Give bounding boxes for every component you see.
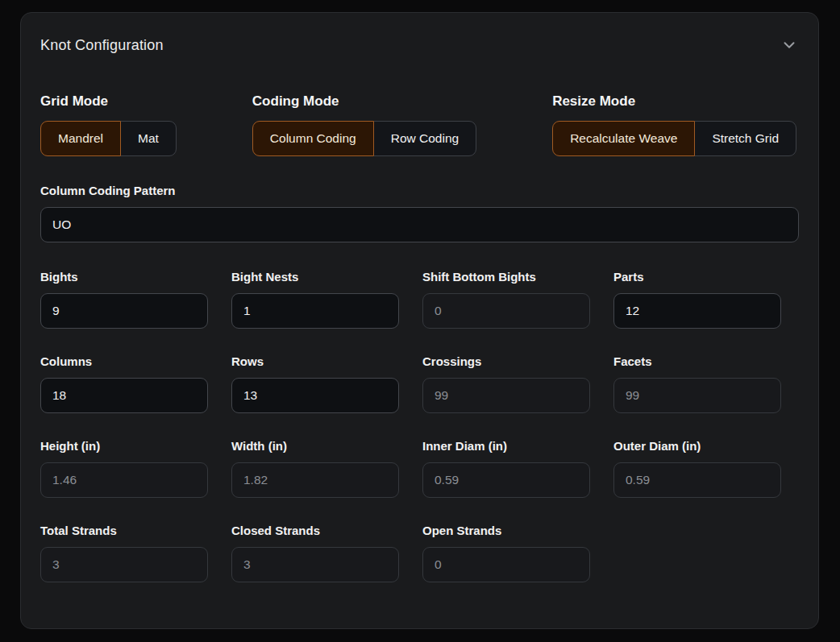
field-height-in: Height (in)	[40, 439, 208, 498]
total-strands-input[interactable]	[40, 547, 208, 582]
bight-nests-label: Bight Nests	[231, 270, 399, 284]
column-coding-pattern-label: Column Coding Pattern	[40, 184, 799, 197]
pattern-section: Column Coding Pattern	[40, 184, 799, 242]
column-coding-pattern-input[interactable]	[40, 207, 799, 242]
resize-mode-option-recalculate-weave[interactable]: Recalculate Weave	[552, 121, 695, 156]
shift-bottom-bights-label: Shift Bottom Bights	[422, 270, 590, 284]
columns-label: Columns	[40, 354, 208, 368]
coding-mode-option-row-coding[interactable]: Row Coding	[373, 121, 476, 156]
field-facets: Facets	[613, 354, 781, 413]
knot-configuration-panel: Knot Configuration Grid Mode Mandrel Mat…	[20, 12, 819, 629]
facets-label: Facets	[613, 354, 781, 368]
bights-input[interactable]	[40, 293, 208, 329]
grid-mode-option-mandrel[interactable]: Mandrel	[40, 121, 121, 156]
grid-mode-label: Grid Mode	[40, 93, 177, 110]
grid-mode-segmented-control: Mandrel Mat	[40, 121, 177, 156]
mode-row: Grid Mode Mandrel Mat Coding Mode Column…	[40, 93, 799, 156]
grid-mode-option-mat[interactable]: Mat	[120, 121, 177, 156]
width-in-label: Width (in)	[231, 439, 399, 453]
open-strands-input[interactable]	[422, 547, 590, 582]
chevron-down-icon[interactable]	[780, 35, 799, 55]
coding-mode-option-column-coding[interactable]: Column Coding	[252, 121, 374, 156]
height-in-input[interactable]	[40, 462, 208, 498]
field-bight-nests: Bight Nests	[231, 270, 399, 329]
fields-grid: Bights Bight Nests Shift Bottom Bights P…	[40, 270, 799, 582]
columns-input[interactable]	[40, 378, 208, 413]
rows-label: Rows	[231, 354, 399, 368]
field-columns: Columns	[40, 354, 208, 413]
field-total-strands: Total Strands	[40, 524, 208, 582]
open-strands-label: Open Strands	[422, 524, 590, 537]
field-width-in: Width (in)	[231, 439, 399, 498]
grid-mode-group: Grid Mode Mandrel Mat	[40, 93, 177, 156]
width-in-input[interactable]	[231, 462, 399, 498]
field-shift-bottom-bights: Shift Bottom Bights	[422, 270, 590, 329]
facets-input[interactable]	[613, 378, 781, 413]
inner-diam-in-label: Inner Diam (in)	[422, 439, 590, 453]
parts-input[interactable]	[613, 293, 781, 329]
shift-bottom-bights-input[interactable]	[422, 293, 590, 329]
panel-header[interactable]: Knot Configuration	[40, 35, 799, 55]
field-bights: Bights	[40, 270, 208, 329]
height-in-label: Height (in)	[40, 439, 208, 453]
resize-mode-segmented-control: Recalculate Weave Stretch Grid	[552, 121, 796, 156]
outer-diam-in-label: Outer Diam (in)	[613, 439, 781, 453]
panel-title: Knot Configuration	[40, 37, 164, 54]
field-open-strands: Open Strands	[422, 524, 590, 582]
outer-diam-in-input[interactable]	[613, 462, 781, 498]
field-crossings: Crossings	[422, 354, 590, 413]
field-parts: Parts	[613, 270, 781, 329]
field-rows: Rows	[231, 354, 399, 413]
coding-mode-group: Coding Mode Column Coding Row Coding	[252, 93, 476, 156]
closed-strands-label: Closed Strands	[231, 524, 399, 537]
coding-mode-label: Coding Mode	[252, 93, 476, 110]
inner-diam-in-input[interactable]	[422, 462, 590, 498]
resize-mode-label: Resize Mode	[552, 93, 796, 110]
crossings-label: Crossings	[422, 354, 590, 368]
closed-strands-input[interactable]	[231, 547, 399, 582]
crossings-input[interactable]	[422, 378, 590, 413]
field-outer-diam-in: Outer Diam (in)	[613, 439, 781, 498]
coding-mode-segmented-control: Column Coding Row Coding	[252, 121, 476, 156]
parts-label: Parts	[613, 270, 781, 284]
bights-label: Bights	[40, 270, 208, 284]
bight-nests-input[interactable]	[231, 293, 399, 329]
rows-input[interactable]	[231, 378, 399, 413]
resize-mode-option-stretch-grid[interactable]: Stretch Grid	[694, 121, 796, 156]
field-inner-diam-in: Inner Diam (in)	[422, 439, 590, 498]
total-strands-label: Total Strands	[40, 524, 208, 537]
resize-mode-group: Resize Mode Recalculate Weave Stretch Gr…	[552, 93, 796, 156]
field-closed-strands: Closed Strands	[231, 524, 399, 582]
